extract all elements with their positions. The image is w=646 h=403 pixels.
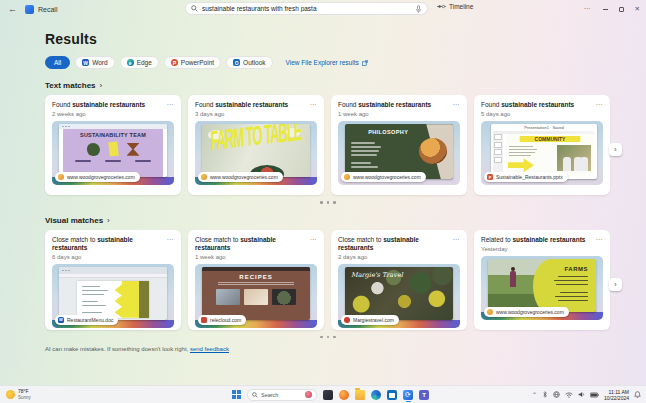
close-button[interactable]: ✕ <box>635 5 640 13</box>
active-app-indicator <box>406 401 411 403</box>
favicon <box>344 174 350 180</box>
text-match-card-1[interactable]: Found sustainable restaurants⋯ 2 weeks a… <box>45 95 181 195</box>
card-thumbnail[interactable]: PHILOSOPHY www.woodgrovegroceries.com <box>338 121 460 185</box>
slide-title: FARMS <box>565 266 589 272</box>
timeline-icon <box>437 3 446 10</box>
edge-browser-icon[interactable] <box>371 390 381 400</box>
filter-all-label: All <box>54 59 61 66</box>
tray-date: 10/22/2024 <box>604 395 629 401</box>
card-menu-button[interactable]: ⋯ <box>310 236 318 243</box>
wifi-icon[interactable] <box>565 392 573 398</box>
card-title: Found sustainable restaurants <box>52 101 145 109</box>
card-menu-button[interactable]: ⋯ <box>596 236 604 243</box>
card-timestamp: 1 week ago <box>195 254 317 260</box>
word-icon: W <box>82 59 89 66</box>
bluetooth-icon[interactable] <box>542 391 548 398</box>
card-timestamp: 5 days ago <box>481 111 603 117</box>
card-thumbnail[interactable]: RECIPES relecloud.com <box>195 264 317 328</box>
text-matches-title: Text matches <box>45 81 96 90</box>
source-badge: www.woodgrovegroceries.com <box>198 172 283 182</box>
card-menu-button[interactable]: ⋯ <box>453 236 461 243</box>
clock[interactable]: 11:11 AM 10/22/2024 <box>604 389 629 401</box>
filter-powerpoint[interactable]: PPowerPoint <box>164 56 221 69</box>
visual-match-card-3[interactable]: Close match to sustainable restaurants⋯ … <box>331 230 467 330</box>
visual-matches-row: Close match to sustainable restaurants⋯ … <box>45 230 611 330</box>
notification-bell-icon[interactable] <box>634 391 641 398</box>
text-matches-pagination[interactable] <box>45 201 611 204</box>
globe-icon[interactable] <box>553 391 560 398</box>
card-thumbnail[interactable]: WRestaurantMenu.doc <box>52 264 174 328</box>
card-thumbnail[interactable]: Presentation1 · Saved COMMUNITY PSustain… <box>481 121 603 185</box>
visual-match-card-1[interactable]: Close match to sustainable restaurants⋯ … <box>45 230 181 330</box>
card-menu-button[interactable]: ⋯ <box>167 236 175 243</box>
search-highlight-icon <box>305 391 312 398</box>
visual-matches-pagination[interactable] <box>45 336 611 339</box>
minimize-button[interactable] <box>603 9 608 10</box>
card-menu-button[interactable]: ⋯ <box>453 101 461 108</box>
card-menu-button[interactable]: ⋯ <box>596 101 604 108</box>
results-page: Results All WWord eEdge PPowerPoint OOut… <box>0 31 646 352</box>
taskbar-app-orange-icon[interactable] <box>339 390 349 400</box>
card-thumbnail[interactable]: FARMS www.woodgrovegroceries.com <box>481 256 603 320</box>
card-thumbnail[interactable]: FARM TO TABLE www.woodgrovegroceries.com <box>195 121 317 185</box>
text-match-card-2[interactable]: Found sustainable restaurants⋯ 3 days ag… <box>188 95 324 195</box>
file-explorer-results-link[interactable]: View File Explorer results <box>286 59 368 66</box>
filter-edge[interactable]: eEdge <box>120 56 159 69</box>
text-matches-next-button[interactable]: › <box>609 143 622 156</box>
more-options-button[interactable]: ⋯ <box>584 5 592 13</box>
taskbar-app-dark-icon[interactable] <box>323 390 333 400</box>
visual-matches-header[interactable]: Visual matches › <box>45 216 626 225</box>
visual-match-card-4[interactable]: Related to sustainable restaurants⋯ Yest… <box>474 230 610 330</box>
text-match-card-3[interactable]: Found sustainable restaurants⋯ 1 week ag… <box>331 95 467 195</box>
recall-app-icon <box>25 5 34 14</box>
card-menu-button[interactable]: ⋯ <box>310 101 318 108</box>
microsoft-store-icon[interactable] <box>387 390 397 400</box>
visual-match-card-2[interactable]: Close match to sustainable restaurants⋯ … <box>188 230 324 330</box>
page-heading: RECIPES <box>202 274 310 280</box>
source-badge: Margiestravel.com <box>341 315 399 325</box>
search-value: sustainable restaurants with fresh pasta <box>202 5 411 12</box>
card-title: Found sustainable restaurants <box>195 101 288 109</box>
visual-matches-next-button[interactable]: › <box>609 278 622 291</box>
send-feedback-link[interactable]: send feedback <box>190 346 229 352</box>
outlook-icon: O <box>233 59 240 66</box>
chevron-right-icon: › <box>100 81 103 90</box>
filter-all[interactable]: All <box>45 56 70 69</box>
text-match-card-4[interactable]: Found sustainable restaurants⋯ 5 days ag… <box>474 95 610 195</box>
card-thumbnail[interactable]: SUSTAINABILITY TEAM www.woodgrovegroceri… <box>52 121 174 185</box>
card-title: Related to sustainable restaurants <box>481 236 585 244</box>
filter-outlook-label: Outlook <box>243 59 265 66</box>
card-timestamp: 1 week ago <box>338 111 460 117</box>
microphone-icon[interactable] <box>415 5 422 13</box>
weather-widget[interactable]: 78°F Sunny <box>6 389 31 400</box>
filter-word[interactable]: WWord <box>75 56 114 69</box>
tray-chevron-up-icon[interactable]: ⌃ <box>532 391 537 398</box>
slide-title: FARM TO TABLE <box>202 124 310 157</box>
card-thumbnail[interactable]: Margie's Travel Margiestravel.com <box>338 264 460 328</box>
file-explorer-icon[interactable] <box>355 390 365 400</box>
timeline-button[interactable]: Timeline <box>437 3 473 10</box>
battery-icon[interactable] <box>590 392 599 398</box>
search-icon <box>252 392 258 398</box>
search-input[interactable]: sustainable restaurants with fresh pasta <box>185 2 428 15</box>
taskbar-search[interactable]: Search <box>247 389 317 401</box>
sun-icon <box>6 390 15 399</box>
filter-outlook[interactable]: OOutlook <box>226 56 272 69</box>
card-menu-button[interactable]: ⋯ <box>167 101 175 108</box>
volume-icon[interactable] <box>578 391 585 398</box>
source-badge: www.woodgrovegroceries.com <box>341 172 426 182</box>
source-url: Sustainable_Restaurants.pptx <box>496 174 563 180</box>
powerpoint-icon: P <box>171 59 178 66</box>
app-title: Recall <box>38 6 57 13</box>
text-matches-header[interactable]: Text matches › <box>45 81 626 90</box>
source-url: Margiestravel.com <box>353 317 394 323</box>
recall-taskbar-icon[interactable] <box>403 390 413 400</box>
ai-disclaimer: AI can make mistakes. If something doesn… <box>45 346 626 352</box>
text-matches-row: Found sustainable restaurants⋯ 2 weeks a… <box>45 95 611 195</box>
back-button[interactable]: ← <box>8 4 17 14</box>
start-button[interactable] <box>232 390 241 399</box>
edge-icon: e <box>127 59 134 66</box>
teams-icon[interactable] <box>419 390 429 400</box>
card-title: Close match to sustainable restaurants <box>52 236 167 252</box>
maximize-button[interactable] <box>619 7 624 12</box>
